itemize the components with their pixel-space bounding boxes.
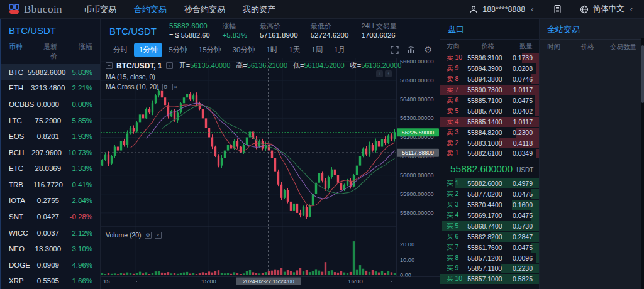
bid-row[interactable]: 买 755861.76000.0475 xyxy=(440,242,539,253)
ask-row[interactable]: 卖 755890.73001.0117 xyxy=(440,85,539,95)
order-price: 55890.7300 xyxy=(467,86,508,94)
ask-row[interactable]: 卖 655885.71000.0475 xyxy=(440,95,539,106)
ask-row[interactable]: 卖 455885.14001.0117 xyxy=(440,116,539,127)
bid-row[interactable]: 买 555868.74000.5730 xyxy=(440,221,539,231)
current-price-row: 55882.600000 USDT xyxy=(440,159,539,178)
legend-settings-icon[interactable]: ◦ xyxy=(166,62,173,69)
coin-symbol: WICC xyxy=(9,229,37,237)
volume-settings-icon[interactable]: ⚙ xyxy=(145,232,152,239)
ask-row[interactable]: 卖 855894.38000.0746 xyxy=(440,74,539,85)
coin-row[interactable]: LTC75.29005.85% xyxy=(1,112,100,129)
svg-text:15:00: 15:00 xyxy=(201,278,216,285)
order-price: 55894.3800 xyxy=(467,75,508,83)
coin-symbol: ETH xyxy=(9,84,31,92)
timeframe-tab[interactable]: 1分钟 xyxy=(134,43,162,57)
order-amount: 0.1600 xyxy=(509,201,533,209)
timeframe-tab[interactable]: 15分钟 xyxy=(194,43,226,57)
col-trade-volume: 交易数量 xyxy=(600,43,636,52)
stat-price: 55882.6000 = $ 55882.60 xyxy=(169,21,210,40)
volume-close-icon[interactable]: × xyxy=(155,232,162,239)
language-selector[interactable]: 简体中文 xyxy=(593,4,625,14)
nav-menu-item[interactable]: 币币交易 xyxy=(84,4,116,15)
coin-row[interactable]: ETH3213.48002.21% xyxy=(1,80,100,97)
col-change[interactable]: 涨幅 xyxy=(64,42,92,61)
ask-row[interactable]: 卖 955894.39000.0208 xyxy=(440,63,539,74)
ask-row[interactable]: 卖 355884.82000.2300 xyxy=(440,127,539,138)
coin-row[interactable]: WICC0.00372.12% xyxy=(1,225,100,241)
collapse-legend-icon[interactable]: − xyxy=(106,62,113,69)
bid-row[interactable]: 买 1055857.10000.5825 xyxy=(440,274,539,285)
coin-row[interactable]: ETC28.03691.33% xyxy=(1,160,100,177)
candlestick-chart[interactable]: 56600.0000056500.0000056400.0000056300.0… xyxy=(101,58,440,289)
coin-price: 0.0037 xyxy=(37,229,65,237)
logo[interactable]: Bbucoin xyxy=(9,3,62,16)
bid-list: 买 155882.60000.4979买 255877.02000.0475买 … xyxy=(440,178,539,285)
coin-row[interactable]: IOTA0.27552.84% xyxy=(1,193,100,209)
coin-row[interactable]: OCBBS0.00000.00% xyxy=(1,96,100,112)
wallet-icon[interactable] xyxy=(553,4,562,14)
gear-icon[interactable]: ⚙ xyxy=(424,45,432,54)
nav-menu-item[interactable]: 我的资产 xyxy=(243,4,275,15)
coin-symbol: OCBBS xyxy=(9,101,37,108)
coin-change: 2.12% xyxy=(65,229,92,237)
timeframe-tab[interactable]: 1周 xyxy=(306,43,328,57)
timeframe-tab[interactable]: 分时 xyxy=(108,43,133,57)
order-direction: 买 10 xyxy=(447,275,467,283)
axis-buttons: ↓ ↑ xyxy=(376,70,392,77)
indicator-icon[interactable] xyxy=(407,46,416,54)
order-price: 55869.1700 xyxy=(467,212,508,219)
ask-row[interactable]: 卖 555885.70000.0402 xyxy=(440,106,539,116)
bid-row[interactable]: 买 955857.11000.2230 xyxy=(440,263,539,274)
chart-svg[interactable]: 56600.0000056500.0000056400.0000056300.0… xyxy=(101,58,440,289)
col-price[interactable]: 最新价 xyxy=(39,42,64,61)
coin-price: 0.2755 xyxy=(37,197,65,204)
coin-row[interactable]: BTC55882.60005.83% xyxy=(1,64,100,80)
coin-price: 0.0909 xyxy=(37,261,65,269)
logo-icon xyxy=(9,4,20,14)
coin-row[interactable]: DOGE0.09094.96% xyxy=(1,257,100,273)
order-amount: 0.0475 xyxy=(509,190,533,198)
fullscreen-icon[interactable] xyxy=(391,46,399,54)
ask-row[interactable]: 卖 1055896.31000.1739 xyxy=(440,53,539,63)
timeframe-row: 分时1分钟5分钟15分钟30分钟1时1天1周1月 ⚙ xyxy=(101,41,440,58)
coin-row[interactable]: BCH297.960010.73% xyxy=(1,144,100,161)
legend-symbol: BTC/USDT, 1 xyxy=(116,62,162,70)
bid-row[interactable]: 买 355870.44000.1600 xyxy=(440,200,539,210)
timeframe-tab[interactable]: 1天 xyxy=(284,43,305,57)
scrollbar-thumb[interactable] xyxy=(641,45,644,103)
coin-symbol: TRB xyxy=(9,181,33,188)
bid-row[interactable]: 买 655862.82000.2847 xyxy=(440,231,539,242)
user-phone[interactable]: 188****8888 xyxy=(482,5,525,14)
coin-row[interactable]: EOS0.82011.93% xyxy=(1,128,100,144)
nav-menu-item[interactable]: 秒合约交易 xyxy=(184,4,225,15)
col-ob-price: 价格 xyxy=(470,42,505,51)
indicator-close-icon[interactable]: × xyxy=(172,84,179,90)
nav-menu-item[interactable]: 合约交易 xyxy=(134,4,167,15)
order-amount: 0.0208 xyxy=(509,65,533,72)
timeframe-tab[interactable]: 30分钟 xyxy=(228,43,260,57)
timeframe-tab[interactable]: 1月 xyxy=(329,43,350,57)
bid-row[interactable]: 买 155882.60000.4979 xyxy=(440,178,539,189)
volume-indicator-row: Volume (20) ⚙ × xyxy=(106,231,162,239)
scale-down-icon[interactable]: ↓ xyxy=(376,70,383,77)
bid-row[interactable]: 买 455869.17000.0475 xyxy=(440,210,539,221)
coin-row[interactable]: SNT0.0427-0.28% xyxy=(1,209,100,225)
order-amount: 0.0475 xyxy=(509,244,533,251)
indicator-settings-icon[interactable]: ⚙ xyxy=(162,84,169,90)
coin-sidebar: BTC/USDT 币种 最新价 涨幅 BTC55882.60005.83%ETH… xyxy=(0,19,101,289)
bid-row[interactable]: 买 855857.12000.0096 xyxy=(440,253,539,263)
timeframe-tab[interactable]: 1时 xyxy=(261,43,282,57)
svg-text:56600.00000: 56600.00000 xyxy=(400,58,434,65)
coin-row[interactable]: NEO13.30003.10% xyxy=(1,241,100,257)
timeframe-tab[interactable]: 5分钟 xyxy=(164,43,192,57)
scale-up-icon[interactable]: ↑ xyxy=(385,70,392,77)
coin-row[interactable]: TRB116.77200.41% xyxy=(1,177,100,193)
bid-row[interactable]: 买 255877.02000.0475 xyxy=(440,189,539,200)
ask-row[interactable]: 卖 155882.61000.0349 xyxy=(440,148,539,159)
chevron-icon: ‹ xyxy=(630,4,633,14)
ask-row[interactable]: 卖 255883.10000.4118 xyxy=(440,138,539,148)
stat-change: 涨幅 +5.83% xyxy=(223,21,247,40)
coin-row[interactable]: XRP0.55051.66% xyxy=(1,273,100,289)
coin-change: 4.96% xyxy=(65,261,92,269)
col-symbol[interactable]: 币种 xyxy=(9,42,39,61)
